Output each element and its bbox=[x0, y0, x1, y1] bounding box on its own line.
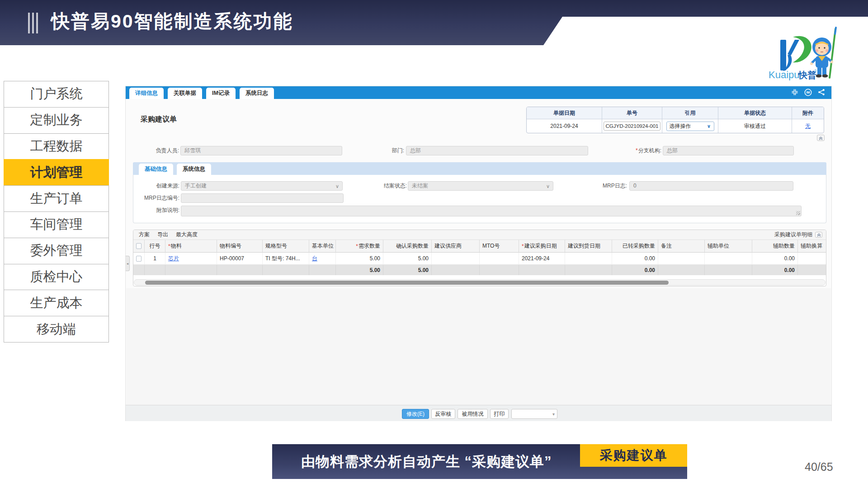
footer-button-反审核[interactable]: 反审核 bbox=[431, 409, 455, 419]
subtab-基础信息[interactable]: 基础信息 bbox=[139, 164, 173, 175]
sum-cell-MTO号 bbox=[480, 265, 519, 275]
head-cell-规格型号[interactable]: 规格型号 bbox=[263, 240, 309, 253]
share-icon[interactable] bbox=[818, 89, 825, 96]
grid-header-row: 行号*物料物料编号规格型号基本单位*需求数量确认采购数量建议供应商MTO号*建议… bbox=[133, 240, 826, 253]
chevron-down-icon: ∨ bbox=[335, 182, 339, 191]
collapse-icon[interactable] bbox=[791, 89, 798, 96]
chevron-down-icon: ∨ bbox=[707, 123, 711, 129]
head-cell-checkbox[interactable] bbox=[133, 240, 145, 253]
note-textarea[interactable] bbox=[181, 206, 802, 216]
sidebar-item-生产成本[interactable]: 生产成本 bbox=[4, 290, 109, 316]
head-cell-建议到货日期[interactable]: 建议到货日期 bbox=[565, 240, 612, 253]
footer-button-打印[interactable]: 打印 bbox=[490, 409, 509, 419]
head-cell-建议采购日期[interactable]: *建议采购日期 bbox=[519, 240, 565, 253]
grid-toolbar-导出[interactable]: 导出 bbox=[157, 231, 168, 239]
branch-input[interactable]: 总部 bbox=[663, 146, 794, 155]
data-cell-checkbox[interactable] bbox=[133, 253, 145, 265]
data-cell-已转采购数量[interactable]: 0.00 bbox=[612, 253, 658, 265]
data-cell-行号[interactable]: 1 bbox=[145, 253, 165, 265]
sidebar-item-计划管理[interactable]: 计划管理 bbox=[4, 159, 109, 186]
tab-IM记录[interactable]: IM记录 bbox=[206, 88, 236, 99]
head-cell-辅助换算[interactable]: 辅助换算 bbox=[798, 240, 826, 253]
data-cell-规格型号[interactable]: TI 型号: 74H... bbox=[263, 253, 309, 265]
head-cell-物料编号[interactable]: 物料编号 bbox=[217, 240, 263, 253]
row-checkbox[interactable] bbox=[136, 256, 142, 262]
head-cell-物料[interactable]: *物料 bbox=[165, 240, 217, 253]
head-cell-需求数量[interactable]: *需求数量 bbox=[336, 240, 383, 253]
mrp-label: MRP日志: bbox=[600, 181, 627, 191]
resize-handle[interactable] bbox=[796, 211, 800, 215]
data-cell-需求数量[interactable]: 5.00 bbox=[336, 253, 383, 265]
tab-系统日志[interactable]: 系统日志 bbox=[240, 88, 274, 99]
head-cell-MTO号[interactable]: MTO号 bbox=[480, 240, 519, 253]
data-cell-基本单位[interactable]: 台 bbox=[309, 253, 336, 265]
sidebar-item-门户系统[interactable]: 门户系统 bbox=[4, 81, 109, 108]
empty-content-area bbox=[126, 288, 831, 405]
collapse-header-button[interactable] bbox=[817, 135, 825, 141]
data-cell-辅助数量[interactable]: 0.00 bbox=[752, 253, 798, 265]
head-cell-辅助数量[interactable]: 辅助数量 bbox=[752, 240, 798, 253]
horizontal-scrollbar[interactable] bbox=[134, 279, 826, 286]
data-cell-建议到货日期[interactable] bbox=[565, 253, 612, 265]
sidebar-item-生产订单[interactable]: 生产订单 bbox=[4, 185, 109, 212]
footer-button-修改(E)[interactable]: 修改(E) bbox=[402, 409, 429, 419]
scrollbar-thumb[interactable] bbox=[145, 281, 669, 285]
head-cell-已转采购数量[interactable]: 已转采购数量 bbox=[612, 240, 658, 253]
panel-collapse-handle[interactable]: ◂ bbox=[126, 256, 130, 271]
footer-button-被用情况[interactable]: 被用情况 bbox=[458, 409, 488, 419]
data-cell-建议供应商[interactable] bbox=[432, 253, 480, 265]
head-cell-行号[interactable]: 行号 bbox=[145, 240, 165, 253]
doc-number-input[interactable]: CGJYD-20210924-001 bbox=[604, 122, 660, 131]
collapse-grid-button[interactable] bbox=[815, 232, 822, 238]
close-select[interactable]: 未结案∨ bbox=[408, 181, 553, 191]
head-cell-基本单位[interactable]: 基本单位 bbox=[309, 240, 336, 253]
data-cell-建议采购日期[interactable]: 2021-09-24 bbox=[519, 253, 565, 265]
refer-action-select[interactable]: 选择操作∨ bbox=[666, 122, 714, 131]
cell-link[interactable]: 台 bbox=[312, 255, 317, 263]
subtab-系统信息[interactable]: 系统信息 bbox=[177, 164, 211, 175]
data-cell-确认采购数量[interactable]: 5.00 bbox=[383, 253, 432, 265]
sidebar-item-移动端[interactable]: 移动端 bbox=[4, 316, 109, 343]
row-checkbox[interactable] bbox=[136, 243, 142, 249]
data-cell-MTO号[interactable] bbox=[480, 253, 519, 265]
sum-cell-建议供应商 bbox=[432, 265, 480, 275]
head-cell-建议供应商[interactable]: 建议供应商 bbox=[432, 240, 480, 253]
doc-table-header: 单号 bbox=[602, 107, 662, 119]
svg-text:IM: IM bbox=[807, 91, 810, 94]
source-select[interactable]: 手工创建∨ bbox=[181, 181, 343, 191]
tab-详细信息[interactable]: 详细信息 bbox=[129, 88, 164, 99]
mrp-no-input[interactable] bbox=[181, 193, 344, 203]
dept-input[interactable]: 总部 bbox=[406, 146, 588, 155]
sidebar-item-质检中心[interactable]: 质检中心 bbox=[4, 264, 109, 291]
sidebar-item-车间管理[interactable]: 车间管理 bbox=[4, 211, 109, 238]
data-cell-辅助单位[interactable] bbox=[705, 253, 752, 265]
svg-text:®: ® bbox=[814, 69, 817, 73]
footer-select[interactable]: ▾ bbox=[511, 409, 557, 419]
owner-input[interactable]: 邱雪琪 bbox=[180, 146, 342, 155]
brand-cn: 快普 bbox=[797, 70, 816, 80]
attachment-link[interactable]: 无 bbox=[805, 122, 811, 130]
sum-cell-已转采购数量: 0.00 bbox=[612, 265, 658, 275]
chevron-down-icon: ∨ bbox=[546, 182, 550, 191]
doc-status: 审核通过 bbox=[718, 119, 792, 133]
data-cell-物料编号[interactable]: HP-00007 bbox=[217, 253, 263, 265]
head-cell-辅助单位[interactable]: 辅助单位 bbox=[705, 240, 752, 253]
grid-data-row[interactable]: 1芯片HP-00007TI 型号: 74H...台5.005.002021-09… bbox=[133, 253, 826, 265]
grid-toolbar-方案[interactable]: 方案 bbox=[139, 231, 150, 239]
head-cell-备注[interactable]: 备注 bbox=[658, 240, 705, 253]
data-cell-备注[interactable] bbox=[658, 253, 705, 265]
sidebar-item-工程数据[interactable]: 工程数据 bbox=[4, 133, 109, 160]
sum-cell-物料编号 bbox=[217, 265, 263, 275]
doc-title: 采购建议单 bbox=[141, 115, 177, 124]
doc-header-table: 单据日期单号引用单据状态附件 2021-09-24 CGJYD-20210924… bbox=[526, 107, 824, 133]
tab-关联单据[interactable]: 关联单据 bbox=[168, 88, 202, 99]
data-cell-物料[interactable]: 芯片 bbox=[165, 253, 217, 265]
mrp-input[interactable]: 0 bbox=[629, 181, 793, 191]
sidebar-item-委外管理[interactable]: 委外管理 bbox=[4, 238, 109, 264]
head-cell-确认采购数量[interactable]: 确认采购数量 bbox=[383, 240, 432, 253]
data-cell-辅助换算[interactable] bbox=[798, 253, 826, 265]
cell-link[interactable]: 芯片 bbox=[168, 255, 179, 263]
grid-toolbar-最大高度[interactable]: 最大高度 bbox=[176, 231, 198, 239]
im-icon[interactable]: IM bbox=[804, 89, 812, 96]
sidebar-item-定制业务[interactable]: 定制业务 bbox=[4, 107, 109, 134]
